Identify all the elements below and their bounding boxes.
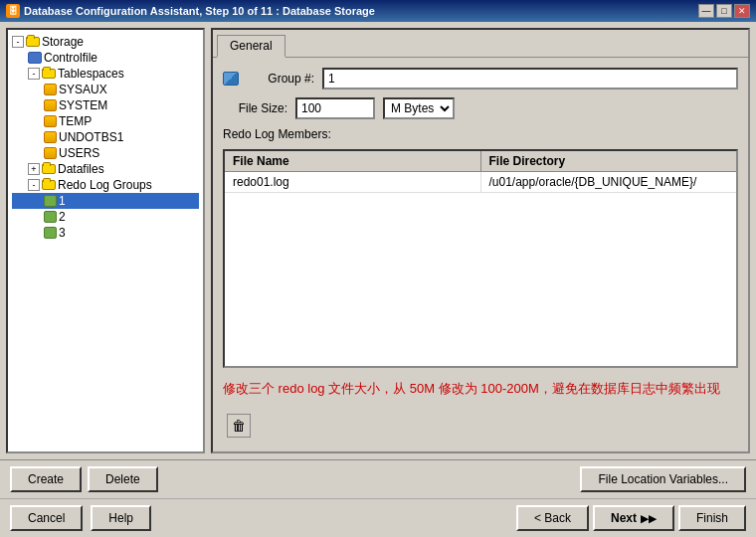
- ts-icon-system: [44, 99, 57, 111]
- table-header: File Name File Directory: [225, 151, 736, 172]
- tree-label-undotbs1: UNDOTBS1: [59, 130, 123, 144]
- tree-node-system[interactable]: SYSTEM: [12, 97, 199, 113]
- filesize-unit-select[interactable]: K Bytes M Bytes G Bytes: [383, 97, 455, 119]
- tab-content-general: Group #: File Size: K Bytes M Bytes G By…: [213, 57, 748, 451]
- tree-expander-tablespaces[interactable]: -: [28, 68, 40, 80]
- footer-right: < Back Next ▶▶ Finish: [516, 505, 746, 531]
- tree-label-datafiles: Datafiles: [58, 162, 104, 176]
- tree-label-tablespaces: Tablespaces: [58, 67, 124, 81]
- form-row-filesize: File Size: K Bytes M Bytes G Bytes: [223, 97, 738, 119]
- ts-icon-temp: [44, 115, 57, 127]
- tree-panel[interactable]: - Storage Controlfile - Tablespaces SYSA…: [6, 28, 205, 453]
- body-area: - Storage Controlfile - Tablespaces SYSA…: [0, 22, 756, 459]
- tree-node-tablespaces[interactable]: - Tablespaces: [12, 66, 199, 82]
- redo-icon-group1: [44, 195, 57, 207]
- window-icon: 🗄: [6, 4, 20, 18]
- close-button[interactable]: ✕: [734, 4, 750, 18]
- redo-icon-group3: [44, 227, 57, 239]
- file-location-variables-button[interactable]: File Location Variables...: [580, 466, 746, 492]
- form-row-redo-members: Redo Log Members:: [223, 127, 738, 141]
- bottom-right-buttons: File Location Variables...: [580, 466, 746, 492]
- bottom-left-buttons: Create Delete: [10, 466, 158, 492]
- col-header-filename: File Name: [225, 151, 481, 171]
- help-button[interactable]: Help: [91, 505, 151, 531]
- window-content: - Storage Controlfile - Tablespaces SYSA…: [0, 22, 756, 537]
- cell-directory: /u01/app/oracle/{DB_UNIQUE_NAME}/: [481, 172, 737, 192]
- tree-label-controlfile: Controlfile: [44, 51, 97, 65]
- folder-icon-storage: [26, 37, 40, 47]
- group-icon: [223, 72, 239, 86]
- redo-icon-group2: [44, 211, 57, 223]
- tree-node-temp[interactable]: TEMP: [12, 113, 199, 129]
- redo-members-label: Redo Log Members:: [223, 127, 331, 141]
- tree-node-undotbs1[interactable]: UNDOTBS1: [12, 129, 199, 145]
- footer-nav: Cancel Help < Back Next ▶▶ Finish: [0, 498, 756, 537]
- annotation-text: 修改三个 redo log 文件大小，从 50M 修改为 100-200M，避免…: [223, 376, 738, 402]
- folder-icon-datafiles: [42, 164, 56, 174]
- finish-button[interactable]: Finish: [678, 505, 746, 531]
- table-row[interactable]: redo01.log /u01/app/oracle/{DB_UNIQUE_NA…: [225, 172, 736, 193]
- tree-node-controlfile[interactable]: Controlfile: [12, 50, 199, 66]
- tree-label-storage: Storage: [42, 35, 84, 49]
- tree-node-group2[interactable]: 2: [12, 209, 199, 225]
- tree-expander-datafiles[interactable]: +: [28, 163, 40, 175]
- tree-node-group1[interactable]: 1: [12, 193, 199, 209]
- minimize-button[interactable]: —: [698, 4, 714, 18]
- tree-label-system: SYSTEM: [59, 98, 107, 112]
- tree-expander-redologgroups[interactable]: -: [28, 179, 40, 191]
- filesize-label: File Size:: [223, 101, 287, 115]
- tab-general[interactable]: General: [217, 35, 285, 58]
- group-input[interactable]: [322, 68, 738, 90]
- form-row-group: Group #:: [223, 68, 738, 90]
- db-icon-controlfile: [28, 52, 42, 64]
- window-title: Database Configuration Assistant, Step 1…: [24, 5, 375, 17]
- folder-icon-redologgroups: [42, 180, 56, 190]
- tree-node-sysaux[interactable]: SYSAUX: [12, 82, 199, 97]
- title-bar: 🗄 Database Configuration Assistant, Step…: [0, 0, 756, 22]
- next-button[interactable]: Next ▶▶: [593, 505, 674, 531]
- tree-expander-storage[interactable]: -: [12, 36, 24, 48]
- footer-left: Cancel Help: [10, 505, 151, 531]
- tree-label-group3: 3: [59, 226, 66, 240]
- tab-header: General: [213, 30, 748, 57]
- tree-node-redologgroups[interactable]: - Redo Log Groups: [12, 177, 199, 193]
- right-panel: General Group #: File Size: K Bytes: [211, 28, 750, 453]
- ts-icon-sysaux: [44, 84, 57, 95]
- tree-node-storage[interactable]: - Storage: [12, 34, 199, 50]
- tree-node-datafiles[interactable]: + Datafiles: [12, 161, 199, 177]
- cancel-button[interactable]: Cancel: [10, 505, 83, 531]
- filesize-input[interactable]: [295, 97, 375, 119]
- create-button[interactable]: Create: [10, 466, 82, 492]
- delete-icon-row: 🗑: [223, 410, 738, 442]
- bottom-action-bar: Create Delete File Location Variables...: [0, 459, 756, 498]
- tree-label-group2: 2: [59, 210, 66, 224]
- tree-node-group3[interactable]: 3: [12, 225, 199, 241]
- ts-icon-users: [44, 147, 57, 159]
- tree-node-users[interactable]: USERS: [12, 145, 199, 161]
- tree-label-group1: 1: [59, 194, 66, 208]
- delete-button[interactable]: Delete: [88, 466, 158, 492]
- back-button[interactable]: < Back: [516, 505, 589, 531]
- tree-label-temp: TEMP: [59, 114, 92, 128]
- folder-icon-tablespaces: [42, 69, 56, 79]
- tree-label-sysaux: SYSAUX: [59, 83, 107, 96]
- maximize-button[interactable]: □: [716, 4, 732, 18]
- cell-filename: redo01.log: [225, 172, 481, 192]
- next-arrow-icon: ▶▶: [641, 513, 657, 524]
- delete-row-button[interactable]: 🗑: [227, 414, 251, 438]
- col-header-directory: File Directory: [481, 151, 737, 171]
- trash-icon: 🗑: [232, 418, 246, 434]
- redo-table: File Name File Directory redo01.log /u01…: [223, 149, 738, 368]
- tree-label-redologgroups: Redo Log Groups: [58, 178, 152, 192]
- group-label: Group #:: [250, 72, 314, 86]
- tree-label-users: USERS: [59, 146, 99, 160]
- ts-icon-undotbs1: [44, 131, 57, 143]
